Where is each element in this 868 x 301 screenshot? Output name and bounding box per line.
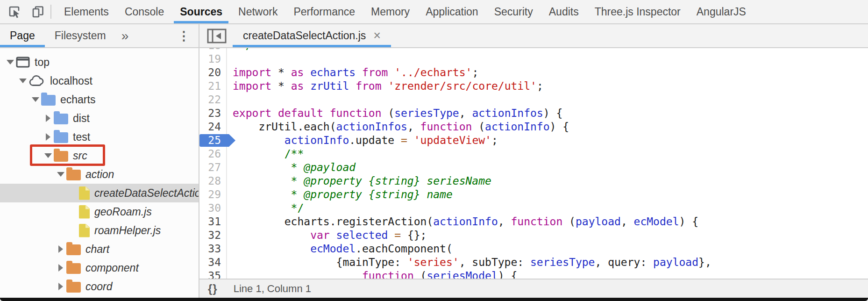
panel-tab-security[interactable]: Security: [486, 0, 541, 23]
code-line[interactable]: 31 echarts.registerAction(actionInfo, fu…: [199, 215, 868, 229]
code-line[interactable]: 19: [199, 52, 868, 66]
code-line-text[interactable]: actionInfo.update = 'updateView';: [227, 134, 498, 147]
code-editor[interactable]: 18 */1920import * as echarts from '../ec…: [199, 48, 868, 279]
code-line[interactable]: 30 */: [199, 201, 868, 215]
line-number[interactable]: 32: [199, 229, 227, 242]
line-number[interactable]: 23: [199, 107, 227, 120]
breakpoint-line-number[interactable]: 25: [199, 134, 227, 147]
pretty-print-button[interactable]: {}: [208, 282, 218, 295]
line-number[interactable]: 28: [199, 174, 227, 188]
tree-item-coord[interactable]: coord: [0, 277, 199, 296]
tree-item-top[interactable]: top: [0, 53, 199, 72]
panel-tab-console[interactable]: Console: [117, 0, 172, 23]
code-line-text[interactable]: /**: [227, 147, 304, 161]
tree-item-roamhelper-js[interactable]: roamHelper.js: [0, 221, 199, 240]
tree-item-action[interactable]: action: [0, 165, 199, 184]
tab-page[interactable]: Page: [0, 24, 45, 47]
line-number[interactable]: 29: [199, 188, 227, 201]
line-number[interactable]: 31: [199, 215, 227, 229]
line-number[interactable]: 27: [199, 161, 227, 174]
code-line-text[interactable]: ecModel.eachComponent(: [227, 242, 453, 256]
chevron-expanded-icon[interactable]: [19, 79, 27, 83]
hide-navigator-icon[interactable]: [207, 29, 227, 43]
line-number[interactable]: 19: [199, 52, 227, 66]
code-line[interactable]: 32 var selected = {};: [199, 229, 868, 242]
line-number[interactable]: 26: [199, 147, 227, 161]
line-number[interactable]: 33: [199, 242, 227, 256]
code-line-text[interactable]: * @payload: [227, 161, 356, 174]
code-line[interactable]: 33 ecModel.eachComponent(: [199, 242, 868, 256]
code-line-text[interactable]: * @property {string} name: [227, 188, 453, 201]
panel-tab-three-js-inspector[interactable]: Three.js Inspector: [587, 0, 689, 23]
code-line-text[interactable]: var selected = {};: [227, 229, 427, 242]
code-line[interactable]: 28 * @property {string} seriesName: [199, 174, 868, 188]
line-number[interactable]: 30: [199, 201, 227, 215]
code-line[interactable]: 35 function (seriesModel) {: [199, 269, 868, 279]
tree-item-src[interactable]: src: [0, 146, 199, 165]
code-line-text[interactable]: function (seriesModel) {: [227, 269, 517, 279]
file-tab-createdataselectaction[interactable]: createDataSelectAction.js ×: [233, 24, 391, 47]
code-line-text[interactable]: [227, 52, 233, 66]
code-line-text[interactable]: {mainType: 'series', subType: seriesType…: [227, 256, 711, 269]
code-line-text[interactable]: export default function (seriesType, act…: [227, 107, 562, 120]
tree-item-dist[interactable]: dist: [0, 109, 199, 128]
tree-item-chart[interactable]: chart: [0, 240, 199, 258]
panel-tab-angularjs[interactable]: AngularJS: [689, 0, 754, 23]
code-line-text[interactable]: * @property {string} seriesName: [227, 174, 491, 188]
code-line[interactable]: 20import * as echarts from '../echarts';: [199, 66, 868, 79]
code-line[interactable]: 29 * @property {string} name: [199, 188, 868, 201]
inspect-element-icon[interactable]: [7, 5, 21, 19]
chevron-expanded-icon[interactable]: [57, 172, 64, 177]
code-line[interactable]: 18 */: [199, 48, 868, 52]
navigator-menu-icon[interactable]: ⋮: [169, 24, 199, 47]
tree-item-test[interactable]: test: [0, 128, 199, 146]
folder-icon: [66, 243, 81, 255]
tree-item-echarts[interactable]: echarts: [0, 90, 199, 109]
line-number[interactable]: 20: [199, 66, 227, 79]
panel-tab-performance[interactable]: Performance: [285, 0, 363, 23]
panel-tab-memory[interactable]: Memory: [363, 0, 418, 23]
panel-tab-elements[interactable]: Elements: [56, 0, 117, 23]
code-line[interactable]: 24 zrUtil.each(actionInfos, function (ac…: [199, 120, 868, 134]
chevron-collapsed-icon[interactable]: [46, 115, 50, 122]
line-number[interactable]: 24: [199, 120, 227, 134]
more-tabs-icon[interactable]: »: [116, 24, 135, 47]
line-number[interactable]: 35: [199, 269, 227, 279]
line-number[interactable]: 34: [199, 256, 227, 269]
tree-item-createdataselectaction-js[interactable]: createDataSelectAction.js: [0, 184, 199, 202]
chevron-collapsed-icon[interactable]: [46, 133, 50, 141]
code-line-text[interactable]: echarts.registerAction(actionInfo, funct…: [227, 215, 698, 229]
code-line-text[interactable]: */: [227, 201, 304, 215]
panel-tab-network[interactable]: Network: [230, 0, 285, 23]
code-line[interactable]: 26 /**: [199, 147, 868, 161]
tree-item-component[interactable]: component: [0, 258, 199, 277]
chevron-expanded-icon[interactable]: [44, 153, 52, 158]
line-number[interactable]: 18: [199, 48, 227, 52]
code-line-text[interactable]: */: [227, 48, 252, 52]
code-line-text[interactable]: [227, 93, 233, 107]
code-line-text[interactable]: import * as zrUtil from 'zrender/src/cor…: [227, 79, 543, 93]
chevron-collapsed-icon[interactable]: [58, 283, 63, 290]
code-line-text[interactable]: zrUtil.each(actionInfos, function (actio…: [227, 120, 569, 134]
line-number[interactable]: 22: [199, 93, 227, 107]
chevron-expanded-icon[interactable]: [32, 97, 39, 102]
line-number[interactable]: 21: [199, 79, 227, 93]
tree-item-localhost[interactable]: localhost: [0, 72, 199, 90]
code-line-text[interactable]: import * as echarts from '../echarts';: [227, 66, 478, 79]
tab-filesystem[interactable]: Filesystem: [45, 24, 116, 47]
code-line[interactable]: 22: [199, 93, 868, 107]
code-line[interactable]: 34 {mainType: 'series', subType: seriesT…: [199, 256, 868, 269]
chevron-collapsed-icon[interactable]: [58, 245, 63, 253]
chevron-collapsed-icon[interactable]: [58, 264, 63, 272]
tree-item-georoam-js[interactable]: geoRoam.js: [0, 202, 199, 221]
code-line[interactable]: 21import * as zrUtil from 'zrender/src/c…: [199, 79, 868, 93]
panel-tab-sources[interactable]: Sources: [172, 0, 230, 23]
panel-tab-application[interactable]: Application: [418, 0, 486, 23]
chevron-expanded-icon[interactable]: [7, 60, 14, 64]
code-line[interactable]: 27 * @payload: [199, 161, 868, 174]
panel-tab-audits[interactable]: Audits: [541, 0, 587, 23]
device-toolbar-icon[interactable]: [31, 5, 45, 19]
code-line[interactable]: 25 actionInfo.update = 'updateView';: [199, 134, 868, 147]
code-line[interactable]: 23export default function (seriesType, a…: [199, 107, 868, 120]
close-tab-icon[interactable]: ×: [373, 29, 381, 42]
